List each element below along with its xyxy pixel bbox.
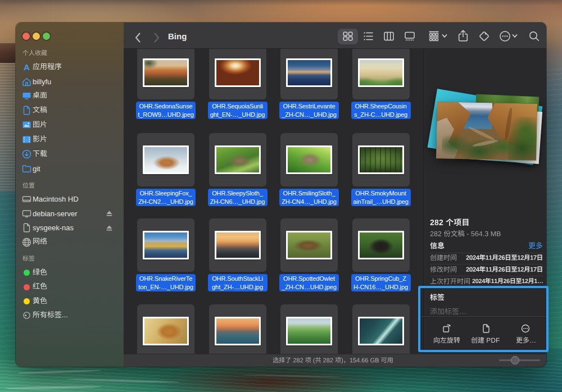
svg-text:A: A [24, 62, 30, 72]
